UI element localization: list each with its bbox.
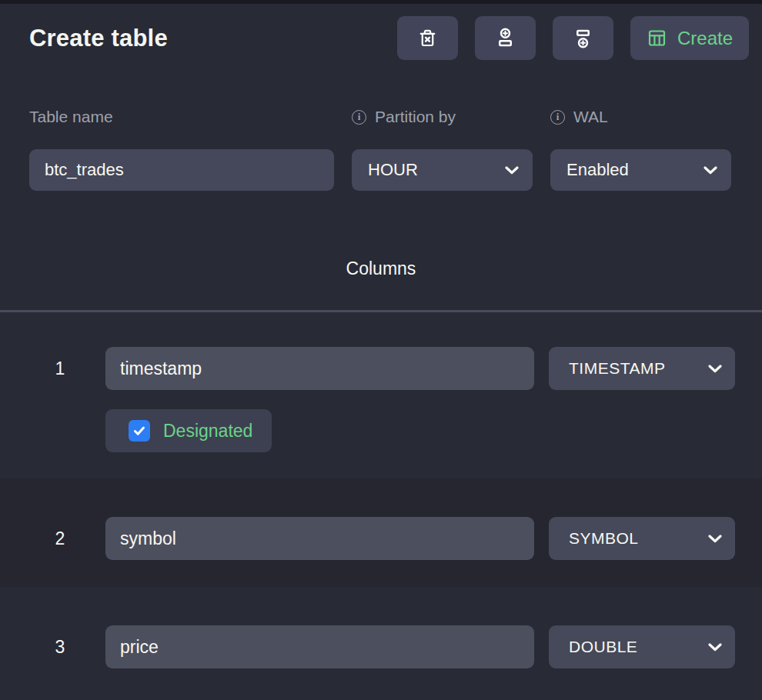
column-index: 3 [29,637,91,658]
column-type-select[interactable]: TIMESTAMP [549,347,735,390]
trash-x-icon [416,27,439,49]
partition-by-field: i Partition by HOUR [352,106,533,191]
header: Create table [0,4,762,60]
column-row-1: 1 TIMESTAMP Designated [0,312,762,478]
column-type-value: SYMBOL [569,529,639,548]
add-column-below-button[interactable] [553,16,613,60]
info-icon[interactable]: i [352,110,366,125]
column-name-input[interactable] [105,517,534,560]
partition-by-value: HOUR [368,160,418,180]
wal-value: Enabled [566,160,629,180]
column-index: 2 [29,528,91,549]
create-table-panel: Create table [0,0,762,698]
partition-by-label-text: Partition by [375,108,456,126]
create-button-label: Create [677,28,733,49]
toolbar: Create [397,16,749,60]
wal-field: i WAL Enabled [550,106,731,191]
column-type-select[interactable]: DOUBLE [549,625,735,668]
wal-label: i WAL [550,106,731,128]
columns-section-heading: Columns [0,258,762,279]
table-name-label: Table name [29,106,334,128]
wal-label-text: WAL [573,108,608,126]
wal-select[interactable]: Enabled [550,149,731,191]
column-type-value: DOUBLE [569,638,637,656]
designated-toggle[interactable]: Designated [105,409,272,452]
column-row-2: 2 SYMBOL [0,478,762,587]
designated-checkbox[interactable] [129,420,150,442]
table-name-field: Table name [29,106,334,191]
chevron-down-icon [708,643,722,652]
column-type-select[interactable]: SYMBOL [549,517,735,560]
page-title: Create table [29,25,168,52]
partition-by-select[interactable]: HOUR [352,149,533,191]
column-index: 1 [29,358,91,379]
table-grid-icon [647,28,667,48]
chevron-down-icon [704,166,717,175]
table-settings-form: Table name i Partition by HOUR i WAL E [0,106,762,191]
add-column-below-icon [572,27,594,49]
designated-label: Designated [163,421,252,442]
check-icon [132,424,146,438]
chevron-down-icon [708,535,722,543]
create-button[interactable]: Create [630,16,749,60]
column-name-input[interactable] [105,347,534,390]
info-icon[interactable]: i [550,110,565,125]
table-name-label-text: Table name [29,108,113,126]
table-name-input[interactable] [29,149,334,191]
chevron-down-icon [708,365,722,373]
column-name-input[interactable] [105,625,534,668]
add-column-above-icon [494,27,516,49]
chevron-down-icon [505,166,519,175]
column-row-3: 3 DOUBLE [0,587,762,698]
add-column-above-button[interactable] [475,16,536,60]
column-type-value: TIMESTAMP [569,359,665,378]
partition-by-label: i Partition by [352,106,533,128]
delete-columns-button[interactable] [397,16,458,60]
